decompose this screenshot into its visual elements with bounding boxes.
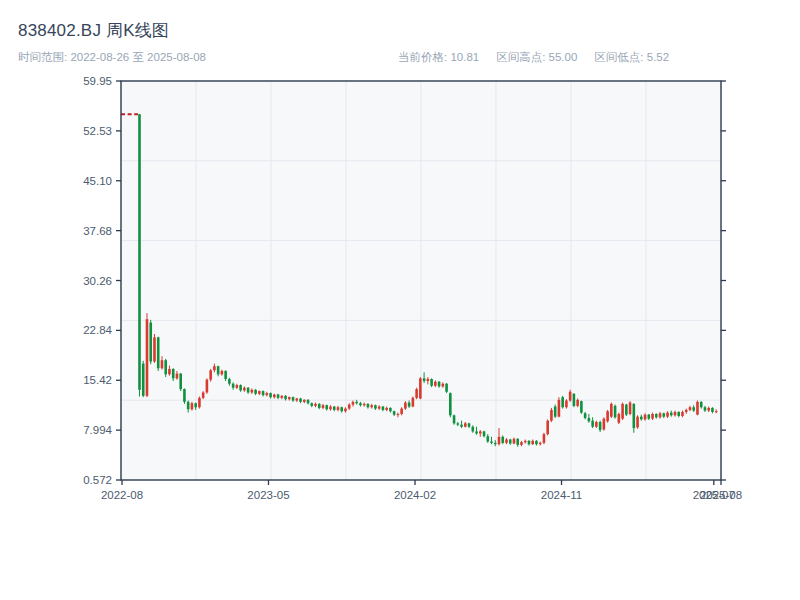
candle-up (610, 404, 613, 417)
y-tick-label: 37.68 (83, 225, 112, 237)
candle-up (303, 400, 306, 402)
candle-up (352, 402, 355, 405)
x-tick-label: 2023-05 (247, 489, 289, 501)
candle-down (367, 404, 370, 407)
candle-down (662, 413, 665, 416)
candle-down (677, 412, 680, 416)
candle-up (606, 411, 609, 421)
candle-up (689, 407, 692, 410)
candle-down (483, 431, 486, 436)
candle-up (385, 408, 388, 410)
candle-up (168, 369, 171, 374)
candle-down (704, 407, 707, 410)
candle-up (161, 360, 164, 368)
candle-up (715, 411, 718, 412)
candle-up (153, 337, 156, 361)
candle-down (475, 431, 478, 433)
candle-up (513, 439, 516, 444)
candle-up (412, 398, 415, 407)
candle-down (573, 394, 576, 406)
candle-down (172, 369, 175, 378)
candle-up (209, 370, 212, 379)
candle-down (340, 407, 343, 411)
candle-down (625, 405, 628, 415)
y-tick-label: 7.994 (83, 424, 112, 436)
candle-up (363, 404, 366, 405)
candle-down (423, 378, 426, 381)
x-tick-label: 2025-08 (700, 489, 742, 501)
candle-up (498, 437, 501, 444)
candle-up (258, 391, 261, 394)
candle-up (618, 414, 621, 423)
candle-up (397, 414, 400, 415)
candle-up (314, 404, 317, 406)
candle-down (633, 404, 636, 428)
candle-up (288, 397, 291, 399)
candle-down (359, 403, 362, 405)
candle-down (247, 388, 250, 393)
candle-down (164, 360, 167, 374)
candle-down (501, 437, 504, 443)
candle-down (277, 394, 280, 397)
x-tick-label: 2024-11 (541, 489, 582, 501)
candle-down (299, 399, 302, 402)
y-tick-label: 22.84 (83, 324, 112, 336)
candle-up (281, 396, 284, 398)
candle-down (471, 427, 474, 432)
candle-down (588, 418, 591, 421)
candle-up (636, 417, 639, 428)
candle-up (266, 393, 269, 395)
candle-down (457, 423, 460, 424)
y-tick-label: 15.42 (83, 374, 112, 386)
candle-down (149, 323, 152, 362)
candle-up (442, 384, 445, 387)
candle-up (221, 371, 224, 374)
candle-down (183, 389, 186, 402)
candle-up (251, 390, 254, 393)
candle-up (322, 405, 325, 408)
candle-down (408, 403, 411, 407)
candle-up (213, 366, 216, 370)
candle-up (576, 400, 579, 406)
y-tick-label: 45.10 (83, 175, 112, 187)
candle-up (565, 401, 568, 408)
candle-up (273, 394, 276, 397)
candle-up (479, 431, 482, 433)
candle-down (535, 441, 538, 444)
candle-up (539, 443, 542, 444)
candle-up (344, 409, 347, 412)
candle-down (647, 415, 650, 419)
candle-up (505, 439, 508, 442)
candle-down (700, 402, 703, 407)
candle-down (711, 408, 714, 412)
candle-up (520, 442, 523, 445)
candle-up (378, 407, 381, 409)
candle-down (179, 374, 182, 389)
candle-down (453, 415, 456, 423)
candle-up (329, 407, 332, 410)
candle-down (284, 396, 287, 399)
candle-down (307, 400, 310, 403)
candle-down (262, 391, 265, 395)
candle-up (681, 412, 684, 416)
candle-up (644, 415, 647, 420)
candle-up (595, 422, 598, 427)
candle-down (389, 408, 392, 411)
candle-up (696, 402, 699, 415)
candle-up (464, 423, 467, 426)
candle-up (550, 410, 553, 421)
candle-down (655, 414, 658, 417)
candle-down (138, 114, 141, 390)
candle-down (640, 417, 643, 420)
candle-down (333, 407, 336, 410)
candle-up (295, 399, 298, 401)
x-tick-label: 2022-08 (101, 489, 143, 501)
candle-down (468, 423, 471, 426)
candle-up (629, 403, 632, 414)
candle-down (318, 404, 321, 408)
y-tick-label: 0.572 (83, 474, 112, 486)
candle-down (438, 382, 441, 387)
candle-down (509, 439, 512, 443)
candle-down (486, 436, 489, 441)
candle-up (558, 400, 561, 417)
